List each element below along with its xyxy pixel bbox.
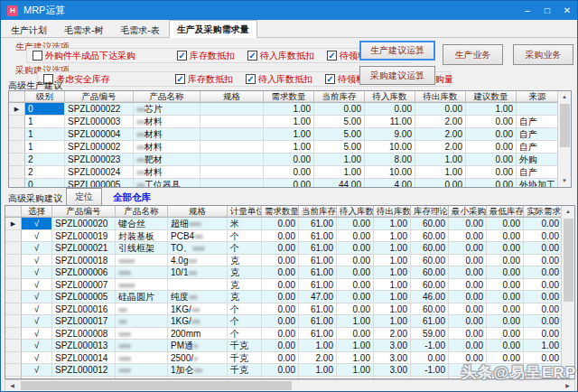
cell-pending_out[interactable]: 3.00 [374,364,411,377]
cell-name[interactable]: ■■芯片 [134,103,200,116]
cell-qty[interactable]: 1.00 [264,103,314,116]
cell-qty[interactable]: 0.00 [262,340,299,352]
production-run-button[interactable]: 生产建议运算 [359,41,435,61]
cell-stock[interactable]: 61.00 [299,218,337,230]
cell-suggest[interactable]: 0.00 [466,154,517,166]
cell-min_stock[interactable]: 0.00 [487,303,524,316]
cell-spec[interactable] [200,128,264,141]
cell-suggest[interactable]: 0.00 [466,141,517,154]
checkbox-icon[interactable]: ✓ [177,51,187,61]
cell-name[interactable]: ■■■■ [116,255,168,267]
column-header[interactable]: 最小采购量 [449,206,487,217]
cell-pending_out[interactable]: 3.00 [374,352,411,365]
cell-code[interactable]: SPZL000024 [65,166,134,179]
cell-qty[interactable]: 0.00 [262,218,299,230]
cell-actual[interactable]: 1.00 [524,340,563,352]
column-header[interactable]: 计量单位 [228,206,262,217]
column-header[interactable]: 当前库存 [314,91,365,102]
cell-theory[interactable]: 60.00 [411,266,449,279]
cell-min_purchase[interactable]: 0.00 [449,230,487,243]
tab-0[interactable]: 生产计划 [3,21,55,37]
table-row[interactable]: √SPZL000021引线框架TO、■■■个0.0061.000.001.006… [5,242,574,255]
cell-actual[interactable]: 0.00 [524,242,563,255]
cell-stock[interactable]: 61.00 [299,328,337,341]
cell-source[interactable]: 自产 [517,166,559,179]
cell-pending_out[interactable]: 1.00 [415,154,466,166]
cell-actual[interactable]: 0.00 [524,291,563,303]
cell-unit[interactable]: 克 [228,266,262,279]
cell-pending_in[interactable]: 0.00 [337,266,374,279]
cell-min_stock[interactable]: 0.00 [487,328,524,341]
cell-pending_in[interactable]: 0.00 [337,255,374,267]
cell-name[interactable]: ■■■ [116,352,168,365]
table-row[interactable]: ▶0SPZL000022■■芯片1.000.000.000.001.00 [9,103,571,116]
cell-source[interactable] [517,103,559,116]
column-header[interactable]: 选择 [22,206,52,217]
column-header[interactable]: 需求数量 [262,206,299,217]
cell-name[interactable]: 键合丝 [116,218,168,230]
checkbox-icon[interactable] [33,51,42,61]
cell-stock[interactable]: 44.00 [314,179,365,188]
tab-1[interactable]: 毛需求-树 [56,21,111,37]
cell-code[interactable]: SPZL000003 [65,116,134,128]
cell-pending_out[interactable]: 2.00 [374,328,411,341]
cell-qty[interactable]: 0.00 [262,328,299,341]
cell-spec[interactable]: 4.0g■■ [168,255,228,267]
table-row[interactable]: √SPZL000019封装基板PCB4■■个0.0061.000.001.006… [5,230,574,243]
cell-qty[interactable]: 1.00 [264,128,314,141]
column-header[interactable]: 产品编号 [52,206,116,217]
purchase-business-button[interactable]: 采购业务 [513,44,573,65]
cell-check[interactable]: √ [22,218,52,230]
cell-stock[interactable]: 1.00 [299,364,337,377]
cell-unit[interactable]: 个 [228,315,262,328]
cell-spec[interactable]: 200mm [168,328,228,341]
cell-qty[interactable]: 0.00 [262,291,299,303]
cell-pending_in[interactable]: 1.00 [337,352,374,365]
cell-stock[interactable]: 61.00 [299,255,337,267]
vertical-scrollbar[interactable]: ▲▼ [561,206,574,378]
cell-stock[interactable]: 61.00 [299,230,337,243]
table-row[interactable]: 2SPZL000024■■材料0.001.0010.001.000.00自产 [9,166,571,179]
cell-suggest[interactable]: 0.00 [466,179,517,188]
cell-qty[interactable]: 0.00 [262,255,299,267]
cell-min_purchase[interactable]: 0.00 [449,255,487,267]
purchase-run-button[interactable]: 采购建议运算 [359,66,435,85]
cell-pending_in[interactable]: 10.00 [365,166,415,179]
column-header[interactable]: 建议数量 [466,91,517,102]
cell-unit[interactable]: 千克 [228,340,262,352]
cell-suggest[interactable]: 1.00 [466,103,517,116]
cell-source[interactable]: 自产 [517,128,559,141]
cell-source[interactable]: 外协加工 [517,179,559,188]
cell-code[interactable]: SPZL000017 [52,315,116,328]
cell-actual[interactable]: 0.00 [524,218,563,230]
column-header[interactable]: 实际需求量 [524,206,563,217]
cell-stock[interactable]: 61.00 [299,315,337,328]
cell-name[interactable]: ■■ [116,303,168,316]
cell-code[interactable]: SPZL000014 [52,352,116,365]
cell-stock[interactable]: 1.00 [314,154,365,166]
cell-theory[interactable]: -1.00 [411,364,449,377]
cell-unit[interactable]: 千克 [228,364,262,377]
checkbox-option[interactable]: ✓库存数抵扣 [175,73,233,86]
cell-suggest[interactable]: 0.00 [466,128,517,141]
cell-pending_out[interactable]: 1.00 [374,255,411,267]
checkbox-option[interactable]: ✓待入库数抵扣 [246,73,312,86]
cell-source[interactable]: 外购 [517,154,559,166]
cell-level[interactable]: 2 [25,166,65,179]
cell-min_stock[interactable]: 0.00 [487,255,524,267]
cell-unit[interactable]: 个 [228,328,262,341]
cell-theory[interactable]: 60.00 [411,218,449,230]
cell-name[interactable]: ■■■ [116,266,168,279]
cell-name[interactable]: ■■■ [116,328,168,341]
cell-min_purchase[interactable]: 0.00 [449,328,487,341]
cell-unit[interactable]: 千克 [228,352,262,365]
cell-pending_out[interactable]: 1.00 [374,230,411,243]
cell-name[interactable]: ■■材料 [134,116,200,128]
cell-spec[interactable]: 纯度■■ [168,291,228,303]
table-row[interactable]: 0SPZL000005■■工位器具0.0044.004.000.000.00外协… [9,179,571,188]
cell-code[interactable]: SPZL000002 [65,141,134,154]
locate-button[interactable]: 定位 [66,188,102,205]
cell-pending_out[interactable]: 1.00 [374,279,411,292]
cell-check[interactable]: √ [22,315,52,328]
scroll-up-icon[interactable]: ▲ [558,91,572,103]
